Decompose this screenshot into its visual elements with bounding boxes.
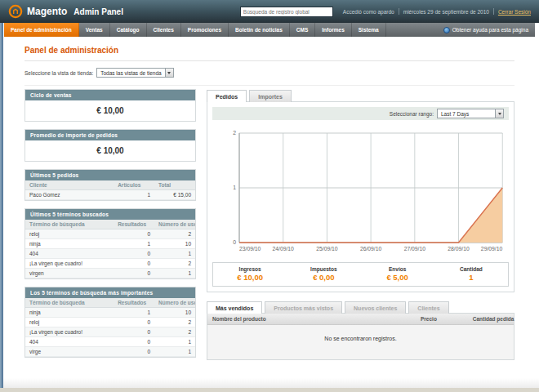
- svg-text:28/09/10: 28/09/10: [448, 246, 470, 252]
- nav-item-promotions[interactable]: Promociones: [181, 23, 229, 37]
- results-cell: 0: [114, 259, 154, 269]
- global-search-input[interactable]: [240, 7, 333, 17]
- term-cell: ninja: [25, 308, 114, 318]
- panel-header: Últimos 5 pedidos: [25, 170, 195, 180]
- column-header: Nombre del producto: [207, 314, 416, 325]
- results-cell: 1: [114, 239, 154, 249]
- table-row[interactable]: virgen 0 1: [25, 269, 195, 278]
- last-search-terms-panel: Últimos 5 términos buscados Término de b…: [24, 208, 196, 279]
- page-content: Panel de administración Seleccione la vi…: [4, 37, 535, 388]
- lifetime-sales-value: € 10,00: [25, 100, 195, 121]
- nav-item-cms[interactable]: CMS: [290, 23, 315, 37]
- nav-item-dashboard[interactable]: Panel de administración: [4, 23, 79, 37]
- magento-logo: Magento Admin Panel: [8, 4, 123, 19]
- svg-text:0: 0: [233, 239, 236, 245]
- results-cell: 0: [114, 269, 154, 278]
- uses-cell: 1: [154, 269, 195, 278]
- table-row[interactable]: 404 0 1: [25, 249, 195, 259]
- uses-cell: 10: [154, 239, 195, 249]
- term-cell: ¡La virgen que cuadro!: [25, 327, 114, 337]
- column-header: Término de búsqueda: [25, 220, 114, 229]
- results-cell: 0: [114, 337, 154, 347]
- results-cell: 0: [114, 327, 154, 337]
- nav-item-system[interactable]: Sistema: [352, 23, 386, 37]
- nav-item-customers[interactable]: Clientes: [147, 23, 181, 37]
- nav-item-catalog[interactable]: Catálogo: [110, 23, 147, 37]
- term-cell: reloj: [25, 318, 114, 327]
- window-left-edge: [0, 23, 3, 389]
- uses-cell: 1: [154, 337, 195, 347]
- store-view-value: Todas las vistas de tienda: [97, 70, 164, 76]
- uses-cell: 2: [154, 229, 195, 239]
- window-bottom-edge: [0, 388, 539, 392]
- results-cell: 1: [114, 308, 154, 318]
- term-cell: virge: [25, 347, 114, 357]
- dashboard-sidebar: Ciclo de ventas € 10,00 Promedio de impo…: [24, 89, 196, 381]
- dashboard-main: Pedidos Importes Seleccionar rango: Last…: [207, 89, 514, 381]
- svg-text:23/09/10: 23/09/10: [239, 246, 261, 252]
- tab-most-viewed[interactable]: Productos más vistos: [265, 301, 342, 314]
- nav-item-sales[interactable]: Ventas: [79, 23, 110, 37]
- table-row[interactable]: ninja 1 10: [25, 308, 195, 318]
- uses-cell: 2: [154, 327, 195, 337]
- lifetime-sales-panel: Ciclo de ventas € 10,00: [24, 89, 196, 122]
- table-row[interactable]: ninja 1 10: [25, 239, 195, 249]
- svg-text:26/09/10: 26/09/10: [360, 246, 382, 252]
- tab-customers[interactable]: Clientes: [408, 301, 448, 314]
- range-select[interactable]: Last 7 Days: [437, 109, 504, 118]
- logged-in-as: Accedió como apardo: [343, 9, 394, 15]
- table-row[interactable]: Paco Gomez 1 € 15,00: [25, 190, 195, 200]
- table-row[interactable]: virge 0 1: [25, 347, 195, 357]
- column-header: Resultados: [114, 220, 154, 229]
- column-header: Término de búsqueda: [25, 298, 114, 308]
- store-view-label: Seleccione la vista de tienda:: [24, 70, 93, 76]
- tab-orders[interactable]: Pedidos: [207, 90, 247, 102]
- column-header: Cliente: [25, 180, 114, 190]
- top-search-terms-panel: Los 5 términos de búsqueda más important…: [24, 287, 196, 358]
- column-header: Resultados: [114, 298, 154, 308]
- table-row[interactable]: ¡La virgen que cuadro! 0 2: [25, 327, 195, 337]
- logo-suffix: Admin Panel: [74, 7, 123, 16]
- items-cell: 1: [114, 190, 154, 200]
- total-cell: € 15,00: [154, 190, 195, 200]
- chevron-down-icon: [165, 69, 173, 77]
- tab-new-customers[interactable]: Nuevos clientes: [345, 301, 406, 314]
- svg-text:1: 1: [233, 185, 236, 190]
- table-row[interactable]: reloj 0 2: [25, 318, 195, 327]
- column-header: Artículos: [114, 180, 154, 190]
- column-header: Cantidad pedida: [468, 314, 514, 325]
- stat-quantity: Cantidad 1: [434, 266, 508, 282]
- store-view-select[interactable]: Todas las vistas de tienda: [96, 68, 173, 78]
- totals-bar: Ingresos € 10,00 Impuestos € 0,00 Envíos…: [212, 262, 509, 287]
- orders-chart-svg: 01223/09/1024/09/1025/09/1026/09/1027/09…: [212, 127, 509, 256]
- magento-logo-icon: [8, 4, 23, 19]
- stat-tax: Impuestos € 0,00: [287, 266, 360, 282]
- svg-text:2: 2: [233, 130, 236, 136]
- table-row[interactable]: ¡La virgen que cuadro! 0 2: [25, 259, 195, 269]
- tab-amounts[interactable]: Importes: [249, 90, 292, 102]
- table-row[interactable]: reloj 0 2: [25, 229, 195, 239]
- column-header: Total: [154, 180, 195, 190]
- term-cell: reloj: [25, 229, 114, 239]
- panel-header: Ciclo de ventas: [25, 90, 195, 100]
- nav-item-newsletter[interactable]: Boletín de noticias: [229, 23, 290, 37]
- empty-table-message: No se encontraron registros.: [207, 325, 514, 359]
- term-cell: 404: [25, 249, 114, 259]
- header-divider: [399, 8, 399, 15]
- nav-item-reports[interactable]: Informes: [315, 23, 351, 37]
- table-row[interactable]: 404 0 1: [25, 337, 195, 347]
- bestsellers-card: Nombre del producto Precio Cantidad pedi…: [207, 313, 514, 360]
- header-date: miércoles 29 de septiembre de 2010: [403, 9, 489, 15]
- header-divider: [493, 8, 494, 15]
- panel-header: Últimos 5 términos buscados: [25, 209, 195, 220]
- stat-shipping: Envíos € 5,00: [361, 266, 434, 282]
- results-cell: 0: [114, 249, 154, 259]
- column-header: Número de usos: [154, 220, 195, 229]
- uses-cell: 1: [154, 347, 195, 357]
- help-link[interactable]: Obtener ayuda para esta página: [443, 23, 535, 37]
- svg-text:29/09/10: 29/09/10: [481, 246, 503, 252]
- term-cell: ¡La virgen que cuadro!: [25, 259, 114, 269]
- window-bottom-fade: [0, 378, 539, 388]
- logout-link[interactable]: Cerrar Sesión: [498, 9, 531, 15]
- tab-bestsellers[interactable]: Más vendidos: [207, 301, 262, 314]
